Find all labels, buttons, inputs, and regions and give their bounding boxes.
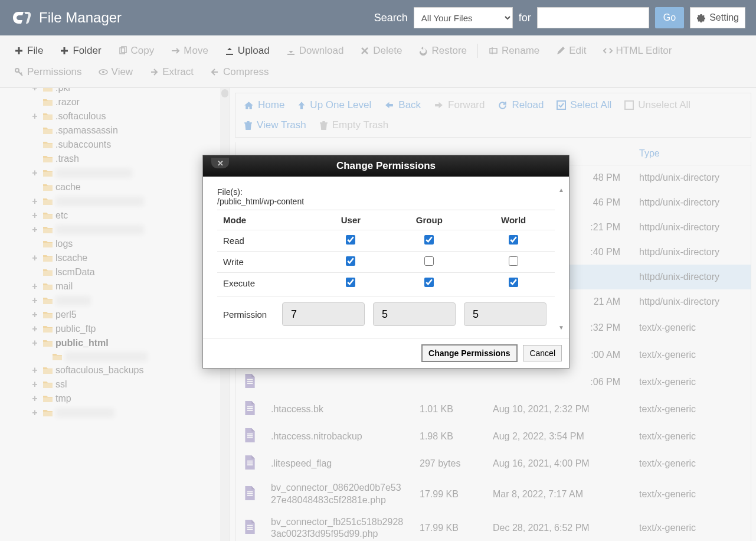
table-row[interactable]: .litespeed_flag297 bytesAug 16, 2021, 4:… — [235, 450, 751, 477]
tree-expander[interactable]: + — [31, 295, 39, 306]
up-one-level-button[interactable]: Up One Level — [297, 99, 371, 111]
perm-group-checkbox[interactable] — [424, 235, 434, 245]
tree-item[interactable]: cache — [5, 180, 230, 194]
table-row[interactable]: bv_connector_08620ed0b7e5327e48048483c5f… — [235, 477, 751, 511]
go-button[interactable]: Go — [655, 7, 684, 28]
file-size: 1.01 KB — [413, 404, 486, 415]
select-all-button[interactable]: Select All — [557, 99, 611, 111]
tree-expander[interactable]: + — [31, 408, 39, 418]
world-header: World — [472, 210, 555, 230]
tree-item[interactable]: +etc — [5, 208, 230, 223]
folder-tree-sidebar[interactable]: +.pki.razor+.softaculous.spamassassin.su… — [0, 88, 230, 541]
tree-expander[interactable]: + — [31, 88, 39, 93]
file-type: text/x-generic — [632, 350, 751, 360]
back-button[interactable]: Back — [384, 99, 421, 111]
sidebar-scroll-up-arrow[interactable] — [221, 89, 228, 97]
file-type: text/x-generic — [632, 523, 751, 533]
toolbar-upload-button[interactable]: Upload — [217, 40, 278, 61]
tree-item[interactable]: + — [5, 166, 230, 180]
tree-item[interactable]: .subaccounts — [5, 138, 230, 152]
tree-item[interactable]: logs — [5, 237, 230, 251]
tree-item[interactable]: + — [5, 194, 230, 208]
tree-item[interactable]: +public_ftp — [5, 322, 230, 336]
tree-item[interactable]: +lscache — [5, 251, 230, 265]
file-size: 17.99 KB — [413, 523, 486, 533]
tree-item[interactable]: + — [5, 294, 230, 308]
trash-icon — [319, 120, 328, 131]
tree-expander[interactable]: + — [31, 309, 39, 320]
home-button[interactable]: Home — [244, 99, 284, 111]
tree-item[interactable]: .spamassassin — [5, 123, 230, 138]
perm-user-checkbox[interactable] — [346, 278, 355, 287]
settings-button[interactable]: Setting — [690, 7, 745, 28]
tree-item[interactable]: lscmData — [5, 265, 230, 279]
tree-item[interactable]: +mail — [5, 279, 230, 294]
tree-item[interactable]: .trash — [5, 152, 230, 166]
scroll-down-arrow-icon[interactable]: ▼ — [557, 324, 565, 332]
tree-expander[interactable]: + — [31, 393, 39, 404]
table-row[interactable]: :06 PMtext/x-generic — [235, 369, 751, 396]
tree-expander[interactable]: + — [31, 379, 39, 390]
tree-expander[interactable]: + — [31, 111, 39, 122]
toolbar-folder-button[interactable]: Folder — [51, 40, 109, 61]
folder-icon — [42, 169, 53, 177]
perm-world-checkbox[interactable] — [509, 256, 518, 266]
perm-group-checkbox[interactable] — [424, 256, 434, 266]
forward-button: Forward — [434, 99, 485, 111]
tree-item[interactable]: .razor — [5, 95, 230, 109]
tree-expander[interactable]: + — [31, 324, 39, 334]
restore-icon — [418, 46, 428, 56]
tree-expander[interactable]: + — [31, 338, 39, 348]
tree-expander[interactable]: + — [31, 168, 39, 178]
tree-item[interactable]: +public_html — [5, 336, 230, 350]
up-arrow-icon — [297, 100, 306, 110]
tree-label-redacted — [65, 352, 148, 361]
perm-world-checkbox[interactable] — [509, 278, 518, 287]
app-title: File Manager — [39, 9, 122, 26]
tree-item[interactable]: +.softaculous — [5, 109, 230, 123]
table-row[interactable]: bv_connector_fb251c518b29283ac0023f3d95f… — [235, 511, 751, 541]
search-input[interactable] — [537, 7, 649, 28]
tree-expander[interactable]: + — [31, 196, 39, 207]
permission-digit-user[interactable] — [282, 302, 365, 326]
permission-digit-group[interactable] — [373, 302, 456, 326]
tree-item[interactable]: +.pki — [5, 88, 230, 95]
tree-item[interactable]: +ssl — [5, 377, 230, 392]
tree-expander[interactable]: + — [31, 210, 39, 221]
tree-expander[interactable]: + — [31, 365, 39, 376]
perm-user-checkbox[interactable] — [346, 256, 355, 266]
tree-item[interactable] — [5, 350, 230, 363]
perm-user-checkbox[interactable] — [346, 235, 355, 245]
tree-item[interactable]: +softaculous_backups — [5, 363, 230, 377]
table-row[interactable]: .htaccess.nitrobackup1.98 KBAug 2, 2022,… — [235, 423, 751, 450]
toolbar-compress-button: Compress — [202, 61, 277, 83]
dialog-body: File(s): /public_html/wp-content Mode Us… — [203, 177, 569, 338]
folder-icon — [42, 282, 53, 291]
tree-expander[interactable]: + — [31, 253, 39, 263]
tree-item[interactable]: + — [5, 406, 230, 420]
reload-button[interactable]: Reload — [498, 99, 544, 111]
dialog-scrollbar[interactable]: ▲ ▼ — [557, 186, 565, 332]
perm-world-checkbox[interactable] — [509, 235, 518, 245]
folder-icon — [42, 268, 53, 276]
tree-item[interactable]: +perl5 — [5, 308, 230, 322]
tree-expander[interactable]: + — [31, 281, 39, 292]
search-scope-select[interactable]: All Your Files — [414, 7, 513, 28]
table-row[interactable]: .htaccess.bk1.01 KBAug 10, 2021, 2:32 PM… — [235, 396, 751, 423]
view-trash-button[interactable]: View Trash — [244, 119, 306, 131]
search-area: Search All Your Files for Go Setting — [374, 7, 745, 28]
change-permissions-button[interactable]: Change Permissions — [421, 344, 518, 362]
cancel-button[interactable]: Cancel — [523, 345, 562, 361]
tree-item[interactable]: +tmp — [5, 392, 230, 406]
col-type[interactable]: Type — [632, 148, 751, 159]
dialog-close-button[interactable]: ✕ — [211, 158, 229, 168]
tree-expander[interactable]: + — [31, 224, 39, 235]
perm-group-checkbox[interactable] — [424, 278, 434, 287]
toolbar-file-button[interactable]: File — [6, 40, 51, 61]
delete-icon — [360, 46, 369, 56]
permission-digit-world[interactable] — [464, 302, 546, 326]
svg-rect-6 — [557, 101, 565, 109]
file-icon — [243, 373, 256, 389]
scroll-up-arrow-icon[interactable]: ▲ — [557, 186, 565, 194]
tree-item[interactable]: + — [5, 223, 230, 237]
